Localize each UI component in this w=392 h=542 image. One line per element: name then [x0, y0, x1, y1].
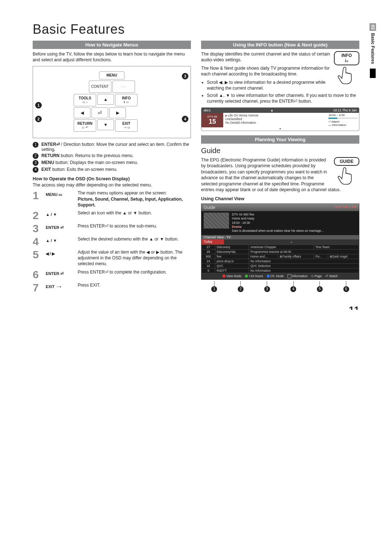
step-description: Select an icon with the ▲ or ▼ button. — [78, 210, 152, 216]
epg-cell: American Chopper — [249, 245, 314, 249]
step-number: 6 — [33, 269, 42, 280]
osd-step: 7EXIT →▪Press EXIT. — [33, 282, 191, 293]
definition-number: 4 — [33, 167, 38, 173]
epg-cell: Programmes resume at 06:00 — [249, 249, 359, 254]
strip-progress-bar — [328, 118, 358, 119]
epg-cell: Fiv... — [314, 254, 328, 259]
osd-step: 3ENTER ⏎Press ENTER⏎ to access the sub-m… — [33, 223, 191, 234]
button-definitions: 1ENTER⏎ / Direction button: Move the cur… — [33, 142, 191, 173]
epg-chnum: 24 — [202, 259, 215, 263]
remote-button-return[interactable]: RETURN ▭ ↶ — [74, 119, 96, 132]
step-number: 2 — [33, 210, 42, 221]
callout-1: 1 — [35, 102, 42, 108]
right-column: Using the INFO button (Now & Next guide)… — [201, 41, 359, 295]
callout-2: 2 — [35, 116, 42, 122]
using-channel-view-heading: Using Channel View — [201, 196, 359, 201]
epg-today-label: Today — [201, 239, 224, 245]
epg-clock: 2:10 Tue 1 Jun — [335, 205, 357, 210]
epg-row: 27DiscoveryAmerican ChopperTine Team — [202, 245, 359, 249]
step-description: Press ENTER⏎ to access the sub-menu. — [78, 223, 157, 229]
remote-button-content[interactable]: CONTENT — [89, 81, 111, 93]
step-number: 4 — [33, 236, 42, 247]
remote-arrow-right[interactable]: ▶ — [109, 107, 126, 118]
osd-note: The access step may differ depending on … — [33, 182, 191, 188]
manual-page: 03 Basic Features Basic Features How to … — [33, 22, 359, 295]
strip-time-range: 18:00 ~ 6:00 — [328, 114, 358, 117]
strip-programme-title: Life On Venus Avenue — [225, 114, 325, 117]
step-number: 1 — [33, 190, 42, 201]
remote-diagram: 1 2 3 4 MENU CONTENT ▭▭ — [33, 66, 191, 138]
page-title: Basic Features — [33, 22, 359, 37]
definition-text: RETURN button: Returns to the previous m… — [41, 153, 134, 158]
epg-row: 800fiveHome and...⊕Family AffairsFiv...⊕… — [202, 254, 359, 259]
guide-remote-illustration: GUIDE — [334, 157, 359, 185]
remote-button-tools[interactable]: TOOLS ▭ ♪ — [74, 94, 96, 106]
callout-3: 3 — [182, 73, 188, 79]
epg-chname: price-drop.tv — [215, 259, 249, 263]
epg-cell: No Information — [249, 268, 359, 273]
page-footer: English 11 — [334, 304, 359, 310]
epg-prog-name: Home and Away — [232, 217, 324, 221]
epg-cell: QVC Selection — [249, 263, 359, 268]
remote-button-enter[interactable]: ⏎ — [91, 107, 108, 118]
epg-cell: ⊕Family Affairs — [278, 254, 314, 259]
definition-text: ENTER⏎ / Direction button: Move the curs… — [41, 142, 191, 152]
step-description: Press ENTER⏎ to complete the configurati… — [78, 269, 167, 275]
strip-rating: Unclassified — [225, 117, 325, 121]
step-description: Adjust the value of an item with the ◀ o… — [78, 249, 191, 267]
remote-arrow-down[interactable]: ▼ — [97, 119, 114, 130]
epg-thumbnail — [204, 213, 229, 229]
content-label: CONTENT — [91, 85, 109, 89]
epg-chnum: 6 — [202, 268, 215, 273]
chapter-side-tab: 03 Basic Features — [369, 23, 376, 78]
definition-row: 2RETURN button: Returns to the previous … — [33, 153, 191, 159]
epg-view-label: Channel View - TV — [201, 235, 359, 239]
thumb-index-mark — [370, 69, 376, 78]
step-number: 7 — [33, 282, 42, 293]
epg-chname: Discovery — [215, 245, 249, 249]
chapter-title: Basic Features — [369, 31, 376, 66]
definition-row: 3MENU button: Displays the main on-scree… — [33, 160, 191, 166]
strip-action-watch: Watch — [328, 120, 358, 123]
definition-text: MENU button: Displays the main on-screen… — [41, 160, 138, 165]
epg-cell: ⊕Dark Angel — [328, 254, 359, 259]
epg-callouts: 1 2 3 4 5 6 — [201, 281, 359, 292]
tools-label: TOOLS — [79, 96, 91, 100]
epg-chnum: 28 — [202, 249, 215, 254]
osd-step: 5◀ / ▶Adjust the value of an item with t… — [33, 249, 191, 267]
hand-icon — [337, 66, 356, 84]
epg-screenshot: Guide 2:10 Tue 1 Jun DTV Air 800 five Ho… — [201, 204, 359, 279]
step-button-label: ▲ / ▼ — [46, 210, 74, 217]
remote-button-menu[interactable]: MENU — [99, 71, 124, 79]
epg-prog-genre: Drama — [232, 225, 324, 229]
remote-arrow-left[interactable]: ◀ — [74, 107, 90, 118]
strip-action-info: Information — [328, 123, 358, 127]
remote-arrow-up[interactable]: ▲ — [97, 94, 114, 105]
now-next-strip: abc1 ▲ 18:11 Thu 6 Jan DTV Air 15 Life O… — [201, 107, 359, 131]
section-heading-navigate: How to Navigate Menus — [33, 41, 191, 49]
return-label: RETURN — [77, 122, 93, 126]
epg-chnum: 16 — [202, 263, 215, 268]
chapter-number: 03 — [369, 23, 376, 31]
epg-foot-watch: Watch — [329, 274, 338, 278]
menu-label: MENU — [106, 73, 117, 77]
definition-row: 4EXIT button: Exits the on-screen menu. — [33, 167, 191, 173]
osd-step: 1MENU ▭The main menu options appear on t… — [33, 190, 191, 208]
remote-button-exit[interactable]: EXIT →▪ ▭ — [115, 119, 138, 132]
epg-chname: QVC — [215, 263, 249, 268]
footer-page-number: 11 — [349, 304, 359, 310]
exit-label: EXIT — [122, 122, 130, 126]
epg-cell: Home and... — [249, 254, 278, 259]
epg-chname: R4DTT — [215, 268, 249, 273]
info-bullet: Scroll ▲, ▼ to view information for othe… — [207, 93, 359, 104]
left-column: How to Navigate Menus Before using the T… — [33, 41, 191, 295]
epg-foot-chmode: Ch. Mode — [270, 274, 284, 278]
epg-cell: No Information — [249, 259, 359, 263]
definition-number: 1 — [33, 142, 38, 148]
epg-footer: View Mode +24 Hours Ch. Mode Information… — [201, 273, 359, 279]
epg-foot-page: Page — [315, 274, 322, 278]
epg-table: 27DiscoveryAmerican ChopperTine Team28Di… — [201, 245, 359, 273]
info-remote-illustration: INFO i⌕ — [334, 51, 359, 84]
step-button-label: ▲ / ▼ — [46, 236, 74, 243]
remote-button-info[interactable]: INFO ℹ ▭ — [115, 94, 138, 106]
